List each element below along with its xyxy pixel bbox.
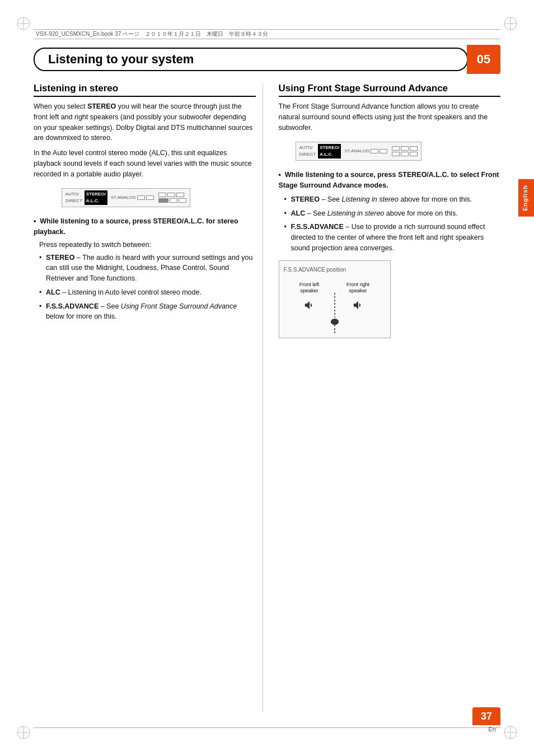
- bullet-fss-left: F.S.S.ADVANCE – See Using Front Stage Su…: [39, 301, 256, 323]
- page: VSX-920_UCSMXCN_En.book 37 ページ ２０１０年１月２１…: [0, 0, 534, 756]
- left-section-title: Listening in stereo: [34, 83, 256, 97]
- language-tab: English: [518, 179, 534, 217]
- right-bullet-section: • While listening to a source, press STE…: [279, 170, 501, 253]
- right-column: Using Front Stage Surround Advance The F…: [277, 83, 501, 711]
- bullet-alc-right: ALC – See Listening in stereo above for …: [284, 208, 501, 219]
- bullet-fss-right: F.S.S.ADVANCE – Use to provide a rich su…: [284, 222, 501, 253]
- corner-decoration-bl: [16, 725, 31, 740]
- left-bullet-section: • While listening to a source, press STE…: [34, 216, 256, 322]
- chapter-badge: 05: [467, 45, 500, 74]
- chapter-title-text: Listening to your system: [48, 52, 194, 66]
- display-mockup-left: AUTO/DIRECT STEREO/A.L.C. ST.ANALOG: [62, 188, 190, 207]
- corner-decoration-tr: [503, 16, 518, 31]
- press-repeatedly-text: Press repeatedly to switch between:: [39, 240, 256, 250]
- right-bullet-list: STEREO – See Listening in stereo above f…: [279, 194, 501, 254]
- header-section: Listening to your system 05: [34, 45, 500, 74]
- left-intro-1: When you select STEREO you will hear the…: [34, 101, 256, 143]
- left-bullet-header: • While listening to a source, press STE…: [34, 216, 256, 237]
- meta-text: VSX-920_UCSMXCN_En.book 37 ページ ２０１０年１月２１…: [36, 30, 268, 38]
- chapter-title: Listening to your system: [34, 48, 468, 71]
- speaker-icon-right: [352, 299, 364, 311]
- meta-bar: VSX-920_UCSMXCN_En.book 37 ページ ２０１０年１月２１…: [34, 29, 500, 39]
- right-section-body: The Front Stage Surround Advance functio…: [279, 101, 501, 338]
- content-area: Listening in stereo When you select STER…: [34, 83, 500, 711]
- dot-line-lower: [334, 325, 335, 333]
- right-bullet-header: • While listening to a source, press STE…: [279, 170, 501, 191]
- listener-position: [331, 319, 339, 324]
- left-bullet-list: STEREO – The audio is heard with your su…: [34, 253, 256, 323]
- display-mockup-right: AUTO/DIRECT STEREO/A.L.C. ST.ANALOG: [296, 142, 422, 161]
- bullet-stereo-left: STEREO – The audio is heard with your su…: [39, 253, 256, 284]
- front-left-speaker: Front leftspeaker: [299, 282, 320, 311]
- bottom-border: [34, 727, 500, 728]
- fss-diagram-title: F.S.S.ADVANCE position: [284, 265, 386, 274]
- corner-decoration-tl: [16, 16, 31, 31]
- dotted-line: [331, 277, 339, 333]
- page-number: 37: [481, 711, 492, 722]
- dot-line-upper: [334, 293, 335, 318]
- front-right-speaker: Front rightspeaker: [346, 282, 369, 311]
- left-column: Listening in stereo When you select STER…: [34, 83, 263, 711]
- language-label: English: [522, 185, 528, 211]
- front-right-label: Front rightspeaker: [346, 282, 369, 295]
- left-section-body: When you select STEREO you will hear the…: [34, 101, 256, 322]
- page-lang: En: [489, 726, 496, 732]
- corner-decoration-br: [503, 725, 518, 740]
- page-number-badge: 37: [472, 707, 500, 725]
- fss-diagram: F.S.S.ADVANCE position Front leftspeaker: [279, 260, 391, 338]
- left-intro-2: In the Auto level control stereo mode (A…: [34, 148, 256, 179]
- chapter-number: 05: [477, 52, 490, 67]
- front-left-label: Front leftspeaker: [299, 282, 320, 295]
- right-section-title: Using Front Stage Surround Advance: [279, 83, 501, 97]
- fss-diagram-inner: Front leftspeaker: [284, 277, 386, 333]
- bullet-stereo-right: STEREO – See Listening in stereo above f…: [284, 194, 501, 205]
- right-intro: The Front Stage Surround Advance functio…: [279, 101, 501, 133]
- speaker-icon-left: [303, 299, 316, 311]
- bullet-alc-left: ALC – Listening in Auto level control st…: [39, 287, 256, 298]
